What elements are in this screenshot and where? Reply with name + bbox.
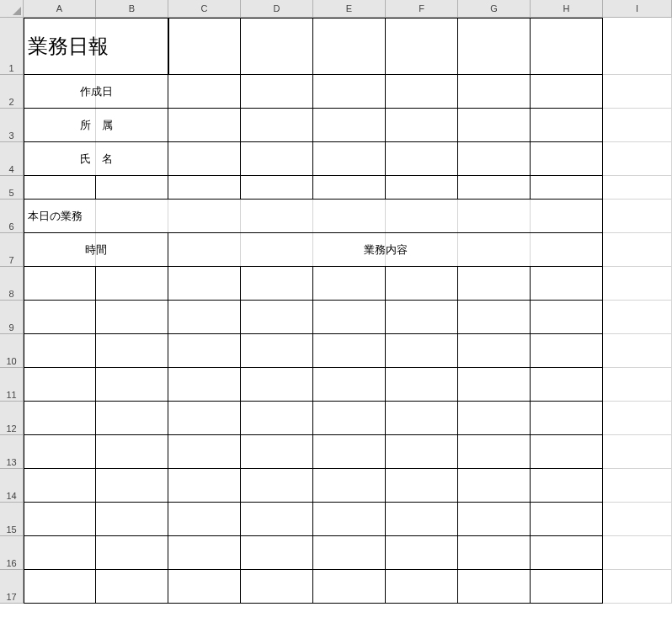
cell-B10[interactable] [96, 334, 168, 368]
cell-B17[interactable] [96, 570, 168, 604]
cell-F12[interactable] [386, 402, 458, 435]
row-header-3[interactable]: 3 [0, 109, 24, 142]
cell-G13[interactable] [458, 435, 531, 469]
row-header-5[interactable]: 5 [0, 176, 24, 200]
cell-r1-E[interactable] [313, 18, 386, 75]
cell-H11[interactable] [531, 368, 603, 402]
cell-title[interactable]: 業務日報 [24, 18, 168, 75]
cell-r1-D[interactable] [241, 18, 313, 75]
cell-F17[interactable] [386, 570, 458, 604]
cell-E13[interactable] [313, 435, 386, 469]
cell-G16[interactable] [458, 536, 531, 570]
cell-I4[interactable] [603, 142, 672, 176]
cell-blank-C4[interactable] [168, 142, 241, 176]
cell-C5[interactable] [168, 176, 241, 200]
cell-H16[interactable] [531, 536, 603, 570]
row-header-1[interactable]: 1 [0, 18, 24, 75]
cell-blank-E2[interactable] [313, 75, 386, 109]
cell-blank-D3[interactable] [241, 109, 313, 142]
cell-D9[interactable] [241, 301, 313, 334]
cell-I1[interactable] [603, 18, 672, 75]
cell-A12[interactable] [24, 402, 96, 435]
cell-I17[interactable] [603, 570, 672, 604]
row-header-17[interactable]: 17 [0, 570, 24, 604]
cell-H5[interactable] [531, 176, 603, 200]
cell-blank-C3[interactable] [168, 109, 241, 142]
cell-E12[interactable] [313, 402, 386, 435]
cell-I13[interactable] [603, 435, 672, 469]
cell-H17[interactable] [531, 570, 603, 604]
column-header-F[interactable]: F [386, 0, 458, 18]
cell-G17[interactable] [458, 570, 531, 604]
cell-D16[interactable] [241, 536, 313, 570]
column-header-D[interactable]: D [241, 0, 313, 18]
column-header-I[interactable]: I [603, 0, 672, 18]
cell-E17[interactable] [313, 570, 386, 604]
row-header-10[interactable]: 10 [0, 334, 24, 368]
cell-blank-H4[interactable] [531, 142, 603, 176]
row-header-9[interactable]: 9 [0, 301, 24, 334]
cell-C10[interactable] [168, 334, 241, 368]
row-header-2[interactable]: 2 [0, 75, 24, 109]
cell-I3[interactable] [603, 109, 672, 142]
cell-E10[interactable] [313, 334, 386, 368]
cell-F14[interactable] [386, 469, 458, 503]
cell-blank-G3[interactable] [458, 109, 531, 142]
row-header-11[interactable]: 11 [0, 368, 24, 402]
cell-A9[interactable] [24, 301, 96, 334]
cell-B5[interactable] [96, 176, 168, 200]
cell-A14[interactable] [24, 469, 96, 503]
cell-blank-E4[interactable] [313, 142, 386, 176]
cell-B9[interactable] [96, 301, 168, 334]
cell-C16[interactable] [168, 536, 241, 570]
cell-blank-D2[interactable] [241, 75, 313, 109]
cell-H10[interactable] [531, 334, 603, 368]
cell-C9[interactable] [168, 301, 241, 334]
cell-blank-H2[interactable] [531, 75, 603, 109]
cell-H13[interactable] [531, 435, 603, 469]
cell-E5[interactable] [313, 176, 386, 200]
cell-I11[interactable] [603, 368, 672, 402]
row-header-16[interactable]: 16 [0, 536, 24, 570]
cell-D11[interactable] [241, 368, 313, 402]
cell-blank-E3[interactable] [313, 109, 386, 142]
cell-B15[interactable] [96, 503, 168, 536]
cell-r1-G[interactable] [458, 18, 531, 75]
cell-C12[interactable] [168, 402, 241, 435]
cell-H8[interactable] [531, 267, 603, 301]
cell-F16[interactable] [386, 536, 458, 570]
row-header-13[interactable]: 13 [0, 435, 24, 469]
cell-I10[interactable] [603, 334, 672, 368]
cell-A11[interactable] [24, 368, 96, 402]
column-header-G[interactable]: G [458, 0, 531, 18]
cell-E14[interactable] [313, 469, 386, 503]
column-header-B[interactable]: B [96, 0, 168, 18]
row-header-12[interactable]: 12 [0, 402, 24, 435]
cell-G15[interactable] [458, 503, 531, 536]
cell-H9[interactable] [531, 301, 603, 334]
cell-I12[interactable] [603, 402, 672, 435]
cell-A15[interactable] [24, 503, 96, 536]
row-header-6[interactable]: 6 [0, 200, 24, 233]
cell-D15[interactable] [241, 503, 313, 536]
cell-I15[interactable] [603, 503, 672, 536]
cell-D12[interactable] [241, 402, 313, 435]
cell-B13[interactable] [96, 435, 168, 469]
cell-label-3[interactable]: 氏 名 [24, 142, 168, 176]
cell-D13[interactable] [241, 435, 313, 469]
cell-A5[interactable] [24, 176, 96, 200]
cell-C11[interactable] [168, 368, 241, 402]
cell-F5[interactable] [386, 176, 458, 200]
cell-A8[interactable] [24, 267, 96, 301]
cell-A17[interactable] [24, 570, 96, 604]
row-header-4[interactable]: 4 [0, 142, 24, 176]
cell-H14[interactable] [531, 469, 603, 503]
cell-I7[interactable] [603, 233, 672, 267]
cell-B8[interactable] [96, 267, 168, 301]
cell-section-today[interactable]: 本日の業務 [24, 200, 603, 233]
cell-E16[interactable] [313, 536, 386, 570]
row-header-15[interactable]: 15 [0, 503, 24, 536]
cell-F13[interactable] [386, 435, 458, 469]
cell-B11[interactable] [96, 368, 168, 402]
cell-G14[interactable] [458, 469, 531, 503]
